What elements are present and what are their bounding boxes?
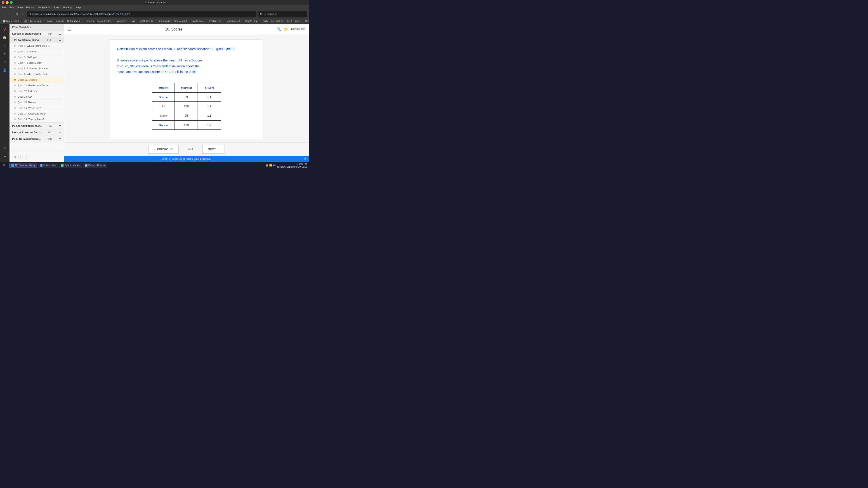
bookmark-howtoprep[interactable]: How to Prep... [244, 19, 260, 24]
bookmark-order[interactable]: Order a Mark... [66, 19, 84, 24]
bookmark-racing[interactable]: Self Racing C... [137, 19, 156, 24]
zscore-steve[interactable] [198, 111, 221, 120]
settings-gear-button[interactable]: ⚙ [12, 154, 19, 160]
vivaldi-logo[interactable]: V [1, 26, 8, 33]
bookmarks-icon[interactable]: ★ [1, 50, 8, 57]
bookmark-bathtub[interactable]: new bath tub [270, 19, 285, 24]
bookmark-cs[interactable]: Computer Sci... [95, 19, 114, 24]
home-icon[interactable]: 🏠 [1, 34, 8, 41]
sidebar-item-quiz13[interactable]: Quiz: 13. SD [9, 94, 64, 100]
sidebar-item-quiz11[interactable]: Quiz: 11. Grade on a Curve [9, 83, 64, 88]
search-bar[interactable]: 🔍 Search Bing [258, 11, 307, 17]
resources-label[interactable]: Resources [291, 27, 305, 31]
start-button[interactable]: ⊞ [1, 163, 7, 168]
address-bar[interactable]: https://classroom.udacity.com/courses/ud… [27, 11, 257, 17]
sidebar-item-quiz12[interactable]: Quiz: 12. Extreme [9, 88, 64, 94]
zscore-jill[interactable] [198, 102, 221, 111]
login-link[interactable]: Login or Sign Up [162, 157, 182, 160]
menu-history[interactable]: History [26, 6, 34, 9]
tray-sound[interactable]: 🔊 [273, 164, 276, 166]
lesson5-header[interactable]: Lesson 5: Standardizing 9/24 ▲ [9, 31, 64, 37]
settings-icon[interactable]: ⚙ [1, 144, 8, 152]
minimize-button[interactable] [6, 1, 8, 4]
back-button[interactable]: ← [1, 11, 7, 17]
content-scroll[interactable]: A distribution of exam scores has mean 9… [64, 35, 309, 142]
ps5a-header[interactable]: PS 5a: Standardizing 0/14 ▲ [9, 37, 64, 43]
zscore-steve-input[interactable] [203, 114, 216, 117]
close-button[interactable] [2, 1, 4, 4]
previous-button[interactable]: ‹ PREVIOUS [149, 145, 179, 154]
ps5b-header[interactable]: PS 5b: Additional Practi... 0/9 ▼ [9, 123, 64, 129]
tray-network[interactable]: 📶 [269, 164, 272, 166]
next-button[interactable]: NEXT › [202, 145, 225, 154]
maximize-button[interactable] [10, 1, 13, 4]
bookmark-plotly[interactable]: Plotly [261, 19, 269, 24]
ps6-header[interactable]: PS 6: Normal Distributi... 0/16 ▼ [9, 136, 64, 142]
score-roman-input[interactable] [180, 123, 193, 127]
menu-tools[interactable]: Tools [54, 6, 60, 9]
bookmark-projects[interactable]: Projects [84, 19, 95, 24]
bookmark-programming[interactable]: Programming [156, 19, 173, 24]
score-jill-input[interactable] [180, 105, 193, 108]
zscore-sharon-input[interactable] [203, 95, 216, 99]
menu-edit[interactable]: Edit [9, 6, 14, 9]
sidebar-item-quiz6[interactable]: Quiz: 6. Where on the Distri... [9, 71, 64, 77]
menu-help[interactable]: Help [75, 6, 81, 9]
contacts-icon[interactable]: 👤 [1, 66, 8, 74]
window-controls[interactable] [2, 1, 13, 4]
sidebar-item-quiz3[interactable]: Quiz: 3. OkCupid [9, 55, 64, 60]
logout-icon[interactable]: ↪ [1, 153, 8, 160]
hamburger-icon[interactable]: ☰ [68, 27, 71, 31]
lesson6-header[interactable]: Lesson 6: Normal Distri... 0/21 ▼ [9, 129, 64, 135]
score-steve[interactable] [175, 111, 198, 120]
menu-view[interactable]: View [18, 6, 23, 9]
zscore-sharon[interactable] [198, 92, 221, 102]
bookmark-sourcegraph[interactable]: Sourcegraph [173, 19, 189, 24]
score-sharon-input[interactable] [180, 95, 193, 99]
sidebar-item-quiz1[interactable]: Quiz: 1. Which Distribution I... [9, 43, 64, 49]
score-roman[interactable] [175, 121, 198, 130]
score-sharon[interactable] [175, 92, 198, 102]
search-icon-header[interactable]: 🔍 [277, 27, 281, 31]
system-clock[interactable]: 4:18:03 PM Tuesday, September 20, 2016 [277, 162, 307, 168]
tabs-icon[interactable]: ◻ [1, 58, 8, 66]
taskbar-item-dolphin[interactable]: D Pictures Dolphin [83, 163, 107, 168]
zscore-roman-input[interactable] [203, 123, 216, 127]
sidebar-item-quiz16[interactable]: Quiz: 16. Which SD? [9, 105, 64, 111]
sidebar-item-quiz10[interactable]: Quiz: 10. Scores [9, 77, 64, 83]
taskbar-item-kate[interactable]: K Untitled Kate [38, 163, 58, 168]
bookmark-learn[interactable]: Learn [44, 19, 53, 24]
speeddial-icon[interactable]: ⬡ [1, 42, 8, 49]
sidebar-exit-button[interactable]: ↪ [20, 154, 27, 160]
sidebar-item-quiz15[interactable]: Quiz: 15. Exams [9, 100, 64, 105]
menu-file[interactable]: File [2, 6, 6, 9]
sidebar-item-quiz19[interactable]: Quiz: 19. True or False? [9, 117, 64, 122]
bookmark-latest[interactable]: 📰 Latest Headli... [1, 19, 23, 24]
bookmark-das[interactable]: Das Keyboar... [304, 19, 309, 24]
forward-button[interactable]: → [8, 11, 13, 17]
home-button[interactable]: ⌂ [20, 11, 26, 17]
bookmark-other[interactable]: 🔖 Other bookm... [23, 19, 44, 24]
zscore-jill-input[interactable] [203, 105, 216, 108]
menu-window[interactable]: Window [63, 6, 72, 9]
sidebar-item-quiz2[interactable]: Quiz: 2. Z-Scores [9, 49, 64, 55]
resources-icon[interactable]: 📁 [284, 27, 288, 31]
bookmark-1818[interactable]: 1818 ller Str... [207, 19, 224, 24]
taskbar-item-udacity[interactable]: U 10. Scores - Udacity [9, 163, 37, 168]
reload-button[interactable]: ↻ [14, 11, 20, 17]
taskbar-item-sysmon[interactable]: S System Monitor [59, 163, 82, 168]
score-steve-input[interactable] [180, 114, 193, 117]
bookmark-travel[interactable]: Travel Insura... [189, 19, 207, 24]
bookmark-business[interactable]: Business [53, 19, 65, 24]
score-jill[interactable] [175, 102, 198, 111]
sidebar-item-quiz5[interactable]: Quiz: 5. Z-Scores of Usage [9, 66, 64, 71]
bookmark-resources[interactable]: Resources - A... [224, 19, 243, 24]
bookmark-hitchhiker[interactable]: Hitchhiker's... [114, 19, 130, 24]
sidebar-item-quiz4[interactable]: Quiz: 4. Social Media [9, 60, 64, 66]
sidebar-item-quiz17[interactable]: Quiz: 17. Closest to Mean [9, 111, 64, 117]
tray-encrypt[interactable]: 🔒 [266, 164, 268, 166]
bookmark-ai[interactable]: A.I. [131, 19, 137, 24]
login-close-button[interactable]: × [304, 157, 306, 161]
bookmark-8gee[interactable]: 8G-EE Mods... [286, 19, 304, 24]
zscore-roman[interactable] [198, 121, 221, 130]
